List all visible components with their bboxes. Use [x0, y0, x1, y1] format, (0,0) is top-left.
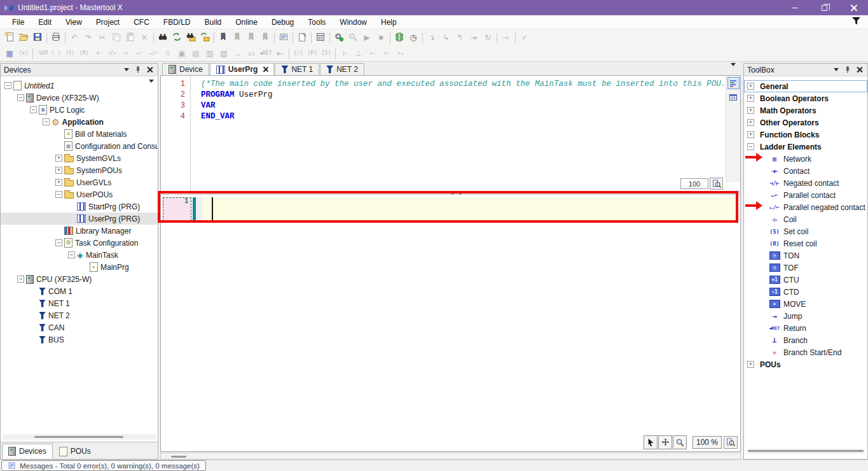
- expand-icon[interactable]: +: [747, 95, 754, 102]
- new-object-button[interactable]: [295, 31, 309, 45]
- toolbox-group-other-operators[interactable]: +Other Operators: [744, 116, 867, 129]
- toolbox-item-reset-coil[interactable]: (R)Reset coil: [744, 237, 867, 250]
- tree-item-device-xf325-w[interactable]: −Device (XF325-W): [1, 92, 158, 104]
- tree-item-startprg-prg[interactable]: StartPrg (PRG): [1, 200, 158, 213]
- toolbox-pin-icon[interactable]: [843, 66, 853, 74]
- replace-button[interactable]: [170, 31, 184, 45]
- tree-item-untitled1[interactable]: −Untitled1: [1, 80, 158, 92]
- collapse-icon[interactable]: −: [55, 191, 62, 198]
- editor-tabs-dropdown-icon[interactable]: [731, 66, 736, 75]
- textual-view-button[interactable]: [727, 77, 740, 89]
- menu-fbd-ld[interactable]: FBD/LD: [156, 15, 198, 29]
- menu-online[interactable]: Online: [228, 15, 265, 29]
- collapse-icon[interactable]: −: [4, 82, 11, 89]
- toolbox-item-ton[interactable]: ◷TON: [744, 250, 867, 262]
- tree-item-net-2[interactable]: NET 2: [1, 309, 158, 321]
- tree-item-usergvls[interactable]: +UserGVLs: [1, 176, 158, 188]
- menu-tools[interactable]: Tools: [301, 15, 333, 29]
- collapse-icon[interactable]: −: [747, 143, 754, 150]
- toolbox-item-set-coil[interactable]: (S)Set coil: [744, 225, 867, 237]
- tree-item-mainprg[interactable]: ▪MainPrg: [1, 261, 158, 273]
- devices-dropdown-icon[interactable]: [121, 66, 132, 74]
- toolbox-group-ladder-elements[interactable]: −Ladder Elements: [744, 141, 867, 153]
- tree-item-bus[interactable]: BUS: [1, 334, 158, 346]
- insert-network-button[interactable]: ▦: [3, 46, 17, 60]
- expand-icon[interactable]: +: [55, 155, 62, 162]
- replace-in-project-button[interactable]: [198, 31, 212, 45]
- tree-row-dropdown-icon[interactable]: [149, 83, 154, 92]
- select-cursor-button[interactable]: [644, 435, 658, 449]
- declaration-zoom-icon[interactable]: [710, 178, 723, 190]
- device-configuration-button[interactable]: [313, 31, 327, 45]
- declaration-zoom-input[interactable]: [680, 178, 708, 189]
- close-button[interactable]: [839, 0, 868, 15]
- tree-item-configuration-and-consum[interactable]: ▦Configuration and Consum: [1, 140, 158, 152]
- minimize-button[interactable]: [780, 0, 809, 15]
- ladder-editor[interactable]: 1: [161, 195, 740, 435]
- expand-icon[interactable]: +: [55, 167, 62, 174]
- find-in-project-button[interactable]: [184, 31, 198, 45]
- collapse-icon[interactable]: −: [55, 239, 62, 246]
- print-button[interactable]: [49, 31, 63, 45]
- toolbox-item-ctd[interactable]: -1CTD: [744, 286, 867, 298]
- toolbox-item-contact[interactable]: ⊣⊢Contact: [744, 165, 867, 177]
- devices-horizontal-scrollbar[interactable]: [3, 434, 156, 440]
- toolbox-group-function-blocks[interactable]: +Function Blocks: [744, 129, 867, 141]
- save-project-button[interactable]: [31, 31, 45, 45]
- expand-icon[interactable]: +: [55, 179, 62, 186]
- toolbox-item-return[interactable]: ◀RETReturn: [744, 322, 867, 334]
- find-button[interactable]: [156, 31, 170, 45]
- tree-item-userpous[interactable]: −UserPOUs: [1, 188, 158, 200]
- new-project-button[interactable]: [3, 31, 17, 45]
- toolbox-group-boolean-operators[interactable]: +Boolean Operators: [744, 92, 867, 104]
- toolbox-group-general[interactable]: +General: [744, 80, 867, 92]
- tree-item-com-1[interactable]: COM 1: [1, 285, 158, 297]
- task-monitor-button[interactable]: ◷: [406, 31, 420, 45]
- toolbox-scrollbar-thumb[interactable]: [748, 450, 864, 452]
- toolbox-horizontal-scrollbar[interactable]: [747, 449, 865, 454]
- toolbox-item-ctu[interactable]: +1CTU: [744, 274, 867, 286]
- menu-edit[interactable]: Edit: [31, 15, 59, 29]
- menu-view[interactable]: View: [59, 15, 89, 29]
- tree-item-userprg-prg[interactable]: UserPrg (PRG): [1, 213, 158, 225]
- filter-icon[interactable]: [851, 16, 862, 28]
- toolbox-item-negated-contact[interactable]: ⊣/⊢Negated contact: [744, 177, 867, 189]
- editor-tab-userprg[interactable]: UserPrg: [210, 63, 275, 75]
- toolbox-item-branch-start-end[interactable]: ✳Branch Start/End: [744, 346, 867, 358]
- network-rung-area[interactable]: [202, 197, 736, 221]
- devices-scrollbar-thumb[interactable]: [34, 436, 123, 438]
- ladder-horizontal-scrollbar[interactable]: [160, 453, 741, 460]
- collapse-icon[interactable]: −: [30, 106, 37, 113]
- pan-button[interactable]: [658, 435, 672, 449]
- devices-pin-icon[interactable]: [133, 66, 143, 74]
- menu-build[interactable]: Build: [198, 15, 229, 29]
- tree-item-library-manager[interactable]: Library Manager: [1, 225, 158, 237]
- toolbox-item-coil[interactable]: ◁▷Coil: [744, 213, 867, 225]
- open-project-button[interactable]: [17, 31, 31, 45]
- collapse-icon[interactable]: −: [68, 251, 75, 258]
- menu-file[interactable]: File: [5, 15, 31, 29]
- login-button[interactable]: [332, 31, 346, 45]
- tree-item-task-configuration[interactable]: −⚙Task Configuration: [1, 237, 158, 249]
- toolbox-group-pous[interactable]: +POUs: [744, 358, 867, 370]
- restore-button[interactable]: [809, 0, 839, 15]
- tree-item-maintask[interactable]: −◈MainTask: [1, 249, 158, 261]
- ladder-zoom-value[interactable]: 100 %: [692, 436, 722, 449]
- collapse-icon[interactable]: −: [17, 276, 24, 283]
- declaration-code[interactable]: (*The main code inserted by the user and…: [191, 76, 725, 192]
- editor-tab-net-2[interactable]: NET 2: [320, 63, 364, 75]
- tree-item-plc-logic[interactable]: −≣PLC Logic: [1, 104, 158, 116]
- toolbox-item-jump[interactable]: →Jump: [744, 310, 867, 322]
- tabular-view-button[interactable]: [727, 91, 740, 103]
- devices-close-icon[interactable]: [144, 66, 155, 74]
- navigator-tab-devices[interactable]: Devices: [2, 444, 53, 459]
- tree-item-net-1[interactable]: NET 1: [1, 297, 158, 309]
- declaration-editor[interactable]: 1234 (*The main code inserted by the use…: [161, 76, 740, 192]
- menu-help[interactable]: Help: [374, 15, 404, 29]
- collapse-icon[interactable]: −: [43, 118, 50, 125]
- toggle-bookmark-button[interactable]: [216, 31, 230, 45]
- menu-debug[interactable]: Debug: [265, 15, 301, 29]
- navigator-tab-pous[interactable]: POUs: [53, 444, 97, 459]
- editor-tab-net-1[interactable]: NET 1: [275, 63, 319, 75]
- tree-item-can[interactable]: CAN: [1, 321, 158, 334]
